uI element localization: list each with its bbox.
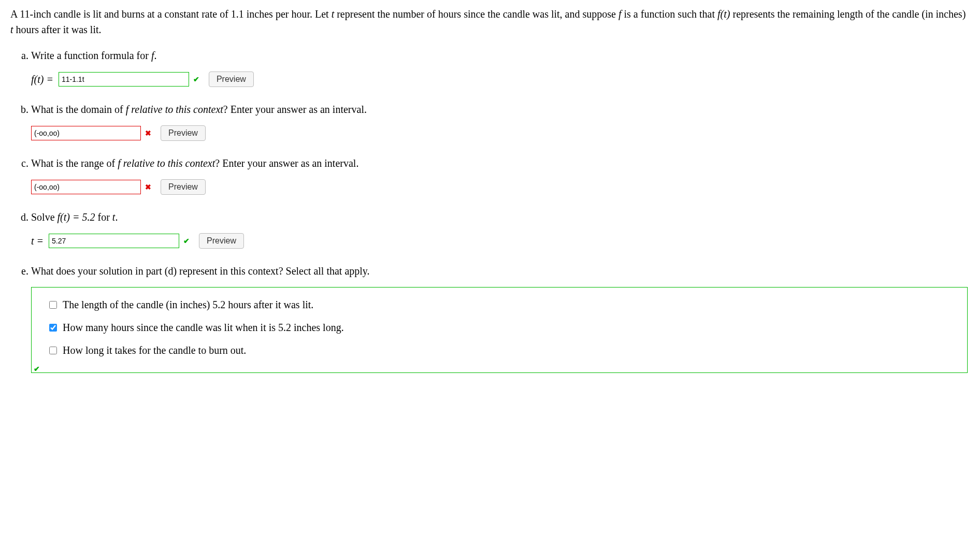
- problem-statement: A 11-inch candle is lit and burns at a c…: [10, 6, 968, 37]
- part-b-input[interactable]: [31, 126, 141, 140]
- part-c-question: What is the range of f relative to this …: [31, 155, 968, 171]
- preview-button[interactable]: Preview: [161, 125, 206, 141]
- part-b-question: What is the domain of f relative to this…: [31, 102, 968, 117]
- part-d-input[interactable]: [49, 234, 179, 248]
- cross-icon: ✖: [144, 182, 152, 193]
- part-c: What is the range of f relative to this …: [31, 155, 968, 195]
- checkbox-option: The length of the candle (in inches) 5.2…: [47, 297, 952, 312]
- preview-button[interactable]: Preview: [199, 233, 244, 249]
- part-d-prefix: t =: [31, 233, 44, 249]
- checkbox-option-2[interactable]: [49, 324, 57, 332]
- checkbox-option-3[interactable]: [49, 347, 57, 354]
- checkbox-option-1[interactable]: [49, 301, 57, 309]
- check-icon: ✔: [192, 74, 200, 85]
- part-a: Write a function formula for f. f(t) = ✔…: [31, 48, 968, 87]
- part-b: What is the domain of f relative to this…: [31, 102, 968, 141]
- checkbox-option: How many hours since the candle was lit …: [47, 320, 952, 335]
- checkbox-option: How long it takes for the candle to burn…: [47, 342, 952, 358]
- checkbox-label: How long it takes for the candle to burn…: [63, 342, 246, 358]
- part-a-question: Write a function formula for f.: [31, 48, 968, 63]
- checkbox-label: The length of the candle (in inches) 5.2…: [63, 297, 313, 312]
- part-a-input[interactable]: [59, 72, 189, 87]
- checkbox-label: How many hours since the candle was lit …: [63, 320, 344, 335]
- preview-button[interactable]: Preview: [161, 179, 206, 195]
- part-e-question: What does your solution in part (d) repr…: [31, 263, 968, 279]
- check-icon: ✔: [182, 236, 191, 247]
- check-icon: ✔: [34, 364, 40, 375]
- part-e: What does your solution in part (d) repr…: [31, 263, 968, 373]
- part-a-prefix: f(t) =: [31, 71, 53, 87]
- cross-icon: ✖: [144, 128, 152, 139]
- checkbox-group: The length of the candle (in inches) 5.2…: [31, 287, 968, 373]
- preview-button[interactable]: Preview: [209, 71, 254, 87]
- part-d-question: Solve f(t) = 5.2 for t.: [31, 209, 968, 225]
- part-d: Solve f(t) = 5.2 for t. t = ✔ Preview: [31, 209, 968, 249]
- part-c-input[interactable]: [31, 180, 141, 194]
